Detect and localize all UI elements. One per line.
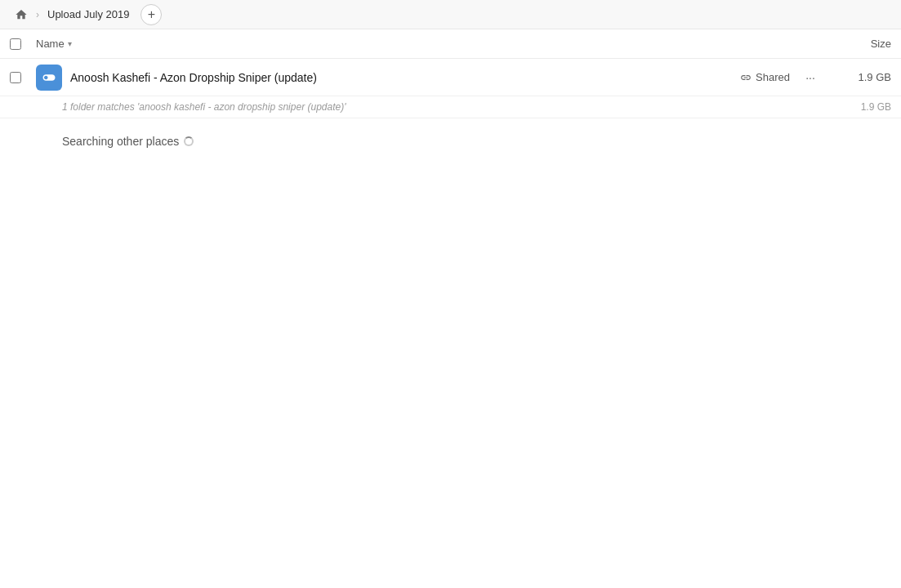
searching-label: Searching other places	[62, 135, 179, 148]
file-size: 1.9 GB	[834, 71, 891, 83]
top-bar: › Upload July 2019 +	[0, 0, 901, 29]
add-button[interactable]: +	[141, 4, 162, 25]
home-button[interactable]	[10, 3, 33, 26]
select-all-checkbox[interactable]	[10, 38, 21, 50]
file-icon	[36, 65, 62, 91]
file-row[interactable]: Anoosh Kashefi - Azon Dropship Sniper (u…	[0, 59, 901, 96]
match-size: 1.9 GB	[834, 101, 891, 113]
breadcrumb-label[interactable]: Upload July 2019	[42, 7, 134, 22]
more-icon: ···	[805, 71, 815, 84]
name-column-header[interactable]: Name ▾	[36, 38, 826, 50]
loading-spinner	[184, 136, 194, 146]
breadcrumb-separator: ›	[36, 9, 39, 20]
shared-badge: Shared	[740, 71, 790, 83]
file-checkbox-container[interactable]	[10, 72, 36, 83]
file-actions: Shared ···	[740, 67, 821, 88]
shared-label: Shared	[756, 71, 790, 83]
column-headers: Name ▾ Size	[0, 29, 901, 59]
match-row: 1 folder matches 'anoosh kashefi - azon …	[0, 96, 901, 118]
file-checkbox[interactable]	[10, 72, 21, 83]
match-text: 1 folder matches 'anoosh kashefi - azon …	[62, 101, 834, 113]
name-column-label: Name	[36, 38, 65, 50]
file-name: Anoosh Kashefi - Azon Dropship Sniper (u…	[70, 71, 740, 84]
select-all-checkbox-container[interactable]	[10, 38, 36, 50]
more-options-button[interactable]: ···	[800, 67, 821, 88]
size-column-header: Size	[826, 38, 891, 50]
searching-row: Searching other places	[0, 118, 901, 164]
name-sort-icon: ▾	[68, 39, 72, 48]
